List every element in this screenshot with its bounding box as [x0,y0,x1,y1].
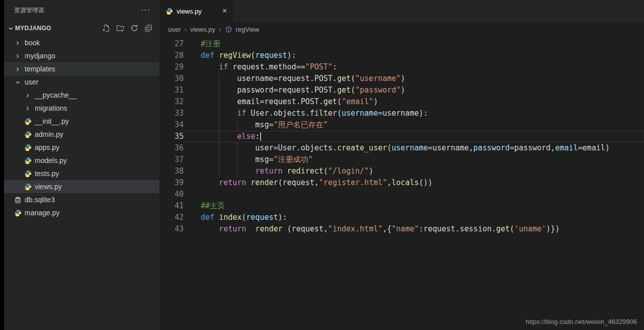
section-header-mydjango[interactable]: › MYDJANGO [4,20,159,36]
code-line-30[interactable]: 30username=request.POST.get("username") [159,73,644,85]
file-tree: ›book›mydjango›templates›user›__pycache_… [4,36,159,330]
sidebar-item-user[interactable]: ›user [4,75,159,89]
breadcrumb-separator: › [219,25,221,33]
chevron-down-icon: › [8,25,15,32]
line-content: return render(request,"register.html",lo… [184,177,644,189]
sidebar-item-migrations[interactable]: ›migrations [4,102,159,115]
item-label: db.sqlite3 [25,193,55,206]
code-line-40[interactable]: 40 [159,189,644,200]
sidebar-item-init-py[interactable]: __init__.py [4,115,159,128]
sidebar-item-admin-py[interactable]: admin.py [4,128,159,141]
code-area: 27#注册28def regView(request):29if request… [159,38,644,235]
close-icon[interactable]: × [221,7,228,16]
collapse-all-icon[interactable] [144,24,152,32]
code-line-33[interactable]: 33if User.objects.filter(username=userna… [159,108,644,119]
code-line-35[interactable]: 35else: [159,131,644,142]
code-line-41[interactable]: 41##主页 [159,200,644,212]
item-label: apps.py [35,141,59,154]
more-actions-icon[interactable]: ··· [141,6,150,15]
code-line-42[interactable]: 42def index(request): [159,212,644,223]
python-file-icon [23,130,32,139]
python-file-icon [23,182,32,191]
sidebar-item-db-sqlite3[interactable]: db.sqlite3 [4,193,159,206]
code-line-31[interactable]: 31password=request.POST.get("password") [159,85,644,96]
vscode-window: 资源管理器 ··· › MYDJANGO ›book›mydjan [0,0,644,330]
tab-views-py[interactable]: views.py × [159,0,233,22]
new-file-icon[interactable] [102,24,110,32]
new-folder-icon[interactable] [116,24,124,32]
line-content: def index(request): [184,212,644,223]
chevron-right-icon: › [13,51,22,60]
sidebar-item-manage-py[interactable]: manage.py [4,206,159,219]
code-line-36[interactable]: 36user=User.objects.create_user(username… [159,142,644,154]
explorer-header: 资源管理器 ··· [4,0,159,20]
line-number[interactable]: 28 [159,50,184,61]
python-file-icon [23,169,32,178]
item-label: migrations [35,102,67,115]
database-icon [13,195,22,204]
code-line-43[interactable]: 43return render (request,"index.html",{"… [159,223,644,235]
item-label: book [25,36,40,49]
breadcrumb-item-symbol[interactable]: regView [236,26,260,33]
sidebar-item-views-py[interactable]: views.py [4,180,159,193]
code-line-37[interactable]: 37msg="注册成功" [159,154,644,166]
window-edge [0,0,4,330]
line-number[interactable]: 31 [159,85,184,96]
line-number[interactable]: 43 [159,223,184,235]
breadcrumb-item-folder[interactable]: user [168,26,181,33]
sidebar-item-models-py[interactable]: models.py [4,154,159,167]
watermark-url: https://blog.csdn.net/weixin_46329906 [526,318,637,325]
sidebar-item-mydjango[interactable]: ›mydjango [4,49,159,62]
code-editor[interactable]: 27#注册28def regView(request):29if request… [159,36,644,330]
code-line-29[interactable]: 29if request.method=="POST": [159,61,644,73]
line-content: password=request.POST.get("password") [184,85,644,96]
refresh-icon[interactable] [130,24,138,32]
code-line-38[interactable]: 38return redirect("/login/") [159,166,644,177]
line-content: return render (request,"index.html",{"na… [184,223,644,235]
line-number[interactable]: 39 [159,177,184,189]
code-line-32[interactable]: 32email=request.POST.get("email") [159,96,644,108]
chevron-right-icon: › [13,38,22,47]
line-number[interactable]: 34 [159,119,184,131]
item-label: templates [25,62,55,75]
item-label: tests.py [35,167,59,180]
line-content: else: [184,131,644,142]
line-number[interactable]: 35 [159,131,184,142]
sidebar-item-templates[interactable]: ›templates [4,62,159,75]
sidebar-item-tests-py[interactable]: tests.py [4,167,159,180]
code-line-28[interactable]: 28def regView(request): [159,50,644,61]
line-number[interactable]: 30 [159,73,184,85]
line-number[interactable]: 40 [159,189,184,200]
line-number[interactable]: 36 [159,142,184,154]
line-content: def regView(request): [184,50,644,61]
symbol-method-icon [225,26,232,33]
line-number[interactable]: 41 [159,200,184,212]
section-label: MYDJANGO [15,25,51,32]
line-content: return redirect("/login/") [184,166,644,177]
python-file-icon [23,143,32,152]
code-line-39[interactable]: 39return render(request,"register.html",… [159,177,644,189]
line-number[interactable]: 37 [159,154,184,166]
line-content: ##主页 [184,200,644,212]
item-label: __pycache__ [35,89,76,102]
chevron-right-icon: › [23,91,32,100]
line-number[interactable]: 38 [159,166,184,177]
line-number[interactable]: 42 [159,212,184,223]
item-label: user [25,75,38,89]
line-number[interactable]: 32 [159,96,184,108]
code-line-34[interactable]: 34msg="用户名已存在" [159,119,644,131]
sidebar-item-pycache[interactable]: ›__pycache__ [4,89,159,102]
chevron-right-icon: › [13,64,22,73]
sidebar-item-book[interactable]: ›book [4,36,159,49]
python-file-icon [23,117,32,126]
line-number[interactable]: 29 [159,61,184,73]
line-content: if User.objects.filter(username=username… [184,108,644,119]
code-line-27[interactable]: 27#注册 [159,38,644,50]
sidebar-item-apps-py[interactable]: apps.py [4,141,159,154]
breadcrumb-separator: › [184,25,187,33]
line-number[interactable]: 33 [159,108,184,119]
line-number[interactable]: 27 [159,38,184,50]
breadcrumb-item-file[interactable]: views.py [190,26,215,33]
line-content: #注册 [184,38,644,50]
editor-group: views.py × user › views.py › regView 27#… [159,0,644,330]
